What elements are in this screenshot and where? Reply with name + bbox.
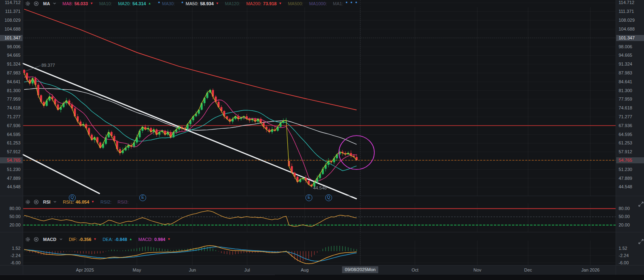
ma8-line — [24, 77, 357, 181]
macd-tick: -2.24 — [616, 253, 644, 259]
price-tick: 61.253 — [0, 140, 23, 146]
indicator-value: 56.033 — [74, 1, 88, 6]
current-price-label-right: 54.765 — [616, 157, 644, 163]
price-tick: 111.371 — [0, 8, 23, 14]
event-marker-e[interactable]: E — [139, 194, 146, 201]
event-marker-q[interactable]: Q — [325, 194, 332, 201]
rsi-tick: 50.00 — [0, 214, 23, 220]
indicator-label: MA8: — [62, 1, 73, 6]
price-tick: 108.029 — [616, 17, 644, 23]
price-tick: 64.595 — [0, 132, 23, 138]
expand-macd-panel-icon[interactable] — [638, 239, 644, 244]
time-tick-jan-2026: Jan 2026 — [581, 268, 599, 272]
chevron-down-icon[interactable] — [53, 2, 56, 5]
close-circle-icon[interactable] — [33, 237, 39, 242]
indicator-name[interactable]: MA — [43, 1, 50, 6]
price-tick: 74.618 — [616, 105, 644, 111]
indicator-label: MA120: — [225, 1, 240, 6]
indicator-item-ma120[interactable]: MA120: — [225, 1, 240, 6]
price-tick: 84.641 — [0, 79, 23, 85]
indicator-item-ma10[interactable]: MA10: — [99, 1, 112, 6]
price-tick: 57.912 — [616, 149, 644, 155]
price-tick: 77.959 — [616, 96, 644, 102]
indicator-name[interactable]: MACD — [43, 237, 56, 242]
indicator-value: -0.848 — [115, 237, 127, 242]
time-tick-jun: Jun — [189, 268, 196, 272]
indicator-value: -0.356 — [79, 237, 91, 242]
event-marker-e[interactable]: E — [305, 194, 312, 201]
macd-indicator-toolbar: MACDDIF:-0.356▼DEA:-0.848▲MACD:0.984▼ — [25, 236, 171, 242]
price-tick: 111.371 — [616, 8, 644, 14]
chevron-down-icon[interactable] — [59, 237, 63, 241]
alert-dot-icon — [355, 2, 357, 3]
price-tick: 94.665 — [0, 52, 23, 58]
rsi-tick: 20.00 — [616, 222, 644, 228]
time-tick-apr-2025: Apr 2025 — [76, 268, 94, 272]
trend-arrow-up-icon: ▲ — [129, 237, 132, 241]
rsi-tick: 80.00 — [0, 206, 23, 212]
indicator-item-ma50[interactable]: MA50:58.934▼ — [181, 1, 219, 6]
price-tick: 71.277 — [0, 114, 23, 120]
indicator-item-rsi2[interactable]: RSI2: — [100, 200, 111, 204]
indicator-item-ma1000[interactable]: MA1000: — [309, 1, 327, 6]
current-price-label-left: 54.765 — [0, 157, 23, 163]
price-tick: 114.712 — [0, 0, 23, 6]
main-indicator-toolbar: MAMA8:56.033▼MA10:MA20:54.314▲MA30:MA50:… — [25, 0, 358, 6]
indicator-item-dif[interactable]: DIF:-0.356▼ — [69, 237, 97, 242]
alert-dot-icon — [346, 2, 347, 3]
indicator-item-dea[interactable]: DEA:-0.848▲ — [103, 237, 132, 242]
price-tick: 87.983 — [0, 70, 23, 76]
settings-gear-icon[interactable] — [25, 237, 31, 242]
price-tick: 101.347 — [616, 35, 644, 41]
trend-arrow-down-icon: ▼ — [91, 200, 95, 204]
indicator-label: MA1000: — [309, 1, 327, 6]
time-tick-jul: Jul — [244, 268, 250, 272]
price-tick: 104.688 — [0, 26, 23, 32]
indicator-item-rsi3[interactable]: RSI3: — [118, 200, 129, 204]
close-circle-icon[interactable] — [33, 199, 39, 205]
crosshair-date-label: 09/08/2025Mon — [342, 266, 378, 273]
indicator-label: MA200: — [246, 1, 262, 6]
settings-gear-icon[interactable] — [25, 1, 31, 6]
indicator-item-ma500[interactable]: MA500: — [288, 1, 303, 6]
indicator-value: 73.918 — [263, 1, 277, 6]
indicator-label: MA50: — [186, 1, 198, 6]
indicator-name[interactable]: RSI — [43, 200, 50, 204]
macd-tick: 1.52 — [616, 245, 644, 251]
price-tick: 101.347 — [0, 35, 23, 41]
price-tick: 81.300 — [0, 88, 23, 94]
price-tick: 91.324 — [0, 61, 23, 67]
indicator-item-ma20[interactable]: MA20:54.314▲ — [118, 1, 151, 6]
indicator-label: MA500: — [288, 1, 303, 6]
indicator-label: DEA: — [103, 237, 113, 242]
alert-dot-icon — [351, 2, 352, 3]
indicator-label: RSI2: — [100, 200, 111, 204]
indicator-item-ma1[interactable]: MA1: — [333, 1, 358, 6]
price-tick: 108.029 — [0, 17, 23, 23]
indicator-item-ma30[interactable]: MA30: — [157, 1, 175, 6]
settings-gear-icon[interactable] — [25, 199, 31, 205]
low-label-connector — [312, 187, 312, 188]
indicator-item-rsi1[interactable]: RSI1:46.054▼ — [63, 200, 94, 204]
indicator-label: MACD: — [138, 237, 153, 242]
trend-arrow-down-icon: ▼ — [90, 2, 93, 5]
price-tick: 94.665 — [616, 52, 644, 58]
price-tick: 51.230 — [616, 167, 644, 173]
expand-rsi-panel-icon[interactable] — [638, 202, 644, 207]
close-circle-icon[interactable] — [33, 1, 39, 6]
chevron-down-icon[interactable] — [53, 200, 57, 204]
ellipse-annotation — [339, 136, 374, 169]
indicator-item-macd[interactable]: MACD:0.984▼ — [138, 237, 171, 242]
indicator-item-ma8[interactable]: MA8:56.033▼ — [62, 1, 93, 6]
trend-arrow-down-icon: ▼ — [216, 2, 219, 5]
price-tick: 71.277 — [616, 114, 644, 120]
indicator-item-ma200[interactable]: MA200:73.918▼ — [246, 1, 282, 6]
indicator-label: MA1: — [333, 1, 343, 6]
price-tick: 44.548 — [0, 184, 23, 190]
event-marker-q[interactable]: Q — [69, 194, 76, 201]
ma200-line — [24, 9, 357, 110]
time-tick-may: May — [133, 268, 141, 272]
indicator-value: 58.934 — [200, 1, 214, 6]
time-tick-oct: Oct — [411, 268, 418, 272]
indicator-label: MA30: — [162, 1, 175, 6]
